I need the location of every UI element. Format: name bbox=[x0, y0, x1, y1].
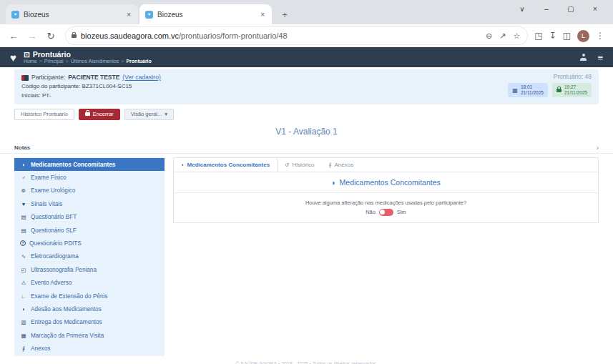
section-heading-label: Medicamentos Concomitantes bbox=[340, 178, 441, 187]
tab-panel: ◗ Medicamentos Concomitantes Houve algum… bbox=[174, 172, 598, 222]
prontuario-icon: ⊡ bbox=[24, 50, 30, 59]
historico-prontuario-button[interactable]: Histórico Prontuário bbox=[14, 109, 74, 120]
close-icon[interactable]: × bbox=[583, 0, 607, 19]
medication-change-toggle[interactable] bbox=[379, 209, 393, 216]
sidebar-item-label: Questionário PDITS bbox=[29, 240, 82, 247]
sidebar-item-label: Questionário SLF bbox=[31, 227, 77, 234]
app-header: ♥ ⊡ Prontuário Home > Principal > Último… bbox=[0, 47, 613, 67]
content-card: ◗ Medicamentos Concomitantes ↺ Histórico… bbox=[173, 157, 599, 223]
browser-tab-bar: ♥ Biozeus × ♥ Biozeus × + ∨ – ▢ × bbox=[0, 0, 613, 24]
secure-lock-icon[interactable] bbox=[72, 34, 77, 38]
toggle-row: Não Sim bbox=[174, 209, 598, 216]
binoculars-icon: ⊚ bbox=[20, 187, 27, 194]
tab-title: Biozeus bbox=[157, 11, 255, 19]
url-path: /prontuarios/form-prontuario/48 bbox=[179, 31, 288, 40]
sidebar-item-eletrocardiograma[interactable]: ∿ Eletrocardiograma bbox=[14, 250, 165, 263]
sidebar-item-anexos[interactable]: ∮ Anexos bbox=[14, 342, 165, 355]
breadcrumb-separator: > bbox=[39, 59, 42, 64]
back-icon[interactable]: ← bbox=[6, 31, 21, 41]
side-panel-icon[interactable]: ◫ bbox=[563, 31, 571, 41]
sidebar-item-adesao-medicamentos[interactable]: ◗ Adesão aos Medicamentos bbox=[14, 302, 165, 315]
saude-agora-logo-icon: ♥ bbox=[10, 51, 16, 64]
sidebar-item-label: Exame Físico bbox=[31, 174, 67, 181]
browser-tab-1[interactable]: ♥ Biozeus × bbox=[6, 4, 138, 24]
maximize-icon[interactable]: ▢ bbox=[559, 0, 583, 19]
closed-at-badge: 19:27 21/11/2025 bbox=[552, 83, 592, 97]
participant-name: PACIENTE TESTE bbox=[68, 73, 119, 82]
breadcrumb-separator: > bbox=[121, 59, 124, 64]
breadcrumb-ultimos-atendimentos[interactable]: Últimos Atendimentos bbox=[71, 59, 119, 64]
encerrar-label: Encerrar bbox=[93, 111, 114, 117]
ver-cadastro-link[interactable]: (Ver cadastro) bbox=[122, 73, 160, 82]
breadcrumb-current: Prontuário bbox=[126, 59, 151, 64]
visit-title: V1 - Avaliação 1 bbox=[14, 127, 599, 137]
pills-icon: ◗ bbox=[20, 306, 27, 313]
visao-geral-button[interactable]: Visão geral... ▾ bbox=[124, 109, 174, 120]
sidebar-item-sinais-vitais[interactable]: ♥ Sinais Vitais bbox=[14, 197, 165, 210]
sidebar-item-medicamentos-concomitantes[interactable]: ◗ Medicamentos Concomitantes bbox=[14, 158, 165, 171]
tab-anexos[interactable]: ∮ Anexos bbox=[322, 158, 361, 172]
sidebar-item-exame-extensao-penis[interactable]: ∟ Exame de Extensão do Pênis bbox=[14, 290, 165, 302]
url-domain: biozeus.saudeagora.com.vc bbox=[81, 31, 179, 40]
opened-date: 21/11/2025 bbox=[521, 90, 544, 96]
hamburger-menu-icon[interactable]: ≡ bbox=[597, 52, 603, 63]
address-bar[interactable]: biozeus.saudeagora.com.vc/prontuarios/fo… bbox=[66, 27, 527, 44]
calendar-icon: ▦ bbox=[20, 333, 27, 339]
heart-icon: ♥ bbox=[20, 201, 27, 207]
sidebar-item-evento-adverso[interactable]: ⚠ Evento Adverso bbox=[14, 276, 165, 289]
sidebar-item-questionario-bft[interactable]: ▤ Questionário BFT bbox=[14, 211, 165, 224]
sidebar-item-exame-urologico[interactable]: ⊚ Exame Urológico bbox=[14, 185, 165, 197]
share-icon[interactable]: ↗ bbox=[498, 31, 507, 41]
opened-time: 18:01 bbox=[521, 84, 544, 90]
sidebar-item-exame-fisico[interactable]: ♂ Exame Físico bbox=[14, 171, 165, 184]
reload-icon[interactable]: ↻ bbox=[43, 31, 59, 41]
minimize-icon[interactable]: – bbox=[534, 0, 559, 19]
tab-label: Histórico bbox=[292, 162, 314, 168]
footer-copyright: © SAÚDE AGORA • 2018 - 2025 • Todos os d… bbox=[14, 361, 599, 364]
tab-close-icon[interactable]: × bbox=[259, 11, 266, 19]
pills-icon: ◗ bbox=[20, 162, 27, 168]
sidebar-item-marcacao-primeira-visita[interactable]: ▦ Marcação da Primeira Visita bbox=[14, 329, 165, 342]
extensions-icon[interactable]: ◳ bbox=[534, 31, 542, 41]
user-icon[interactable] bbox=[579, 54, 587, 61]
sidebar-item-label: Exame Urológico bbox=[31, 187, 75, 194]
sidebar-item-entrega-medicamentos[interactable]: ▥ Entrega dos Medicamentos bbox=[14, 316, 165, 329]
breadcrumb-home[interactable]: Home bbox=[24, 59, 37, 64]
notes-panel-header[interactable]: Notas › bbox=[0, 142, 613, 154]
sidebar-item-label: Evento Adverso bbox=[31, 280, 72, 286]
sidebar-item-ultrassonografia-peniana[interactable]: ◰ Ultrassonografia Peniana bbox=[14, 263, 165, 276]
tab-historico[interactable]: ↺ Histórico bbox=[278, 158, 321, 172]
sidebar-item-label: Sinais Vitais bbox=[31, 201, 62, 207]
participant-initials: Iniciais: PT- bbox=[21, 92, 161, 100]
caret-down-icon: ▾ bbox=[165, 111, 167, 117]
browser-tab-2[interactable]: ♥ Biozeus × bbox=[139, 4, 272, 24]
profile-avatar[interactable]: L bbox=[577, 30, 589, 42]
encerrar-button[interactable]: Encerrar bbox=[79, 109, 120, 120]
book-icon: ▤ bbox=[20, 227, 27, 234]
download-icon[interactable]: ↧ bbox=[549, 31, 556, 41]
kebab-menu-icon[interactable]: ⋮ bbox=[596, 31, 604, 41]
zoom-icon[interactable]: ⊖ bbox=[484, 31, 494, 41]
toggle-on-label: Sim bbox=[397, 209, 406, 215]
chevron-right-icon[interactable]: › bbox=[597, 144, 599, 152]
pills-icon: ◗ bbox=[331, 178, 335, 187]
new-tab-button[interactable]: + bbox=[276, 6, 293, 23]
box-icon: ▥ bbox=[20, 319, 27, 325]
tab-close-icon[interactable]: × bbox=[125, 11, 132, 19]
notes-label: Notas bbox=[14, 144, 30, 151]
sidebar-item-label: Medicamentos Concomitantes bbox=[31, 162, 115, 168]
book-icon: ▤ bbox=[20, 214, 27, 220]
bookmark-star-icon[interactable]: ☆ bbox=[511, 31, 521, 41]
participant-info: Participante: PACIENTE TESTE (Ver cadast… bbox=[21, 73, 161, 100]
forward-icon[interactable]: → bbox=[24, 31, 40, 41]
window-menu-chevron-icon[interactable]: ∨ bbox=[510, 0, 534, 19]
tab-medicamentos-concomitantes[interactable]: ◗ Medicamentos Concomitantes bbox=[174, 158, 278, 172]
biozeus-favicon: ♥ bbox=[11, 11, 19, 19]
toggle-knob bbox=[380, 210, 385, 215]
sidebar-item-questionario-slf[interactable]: ▤ Questionário SLF bbox=[14, 224, 165, 237]
sidebar-item-questionario-pdits[interactable]: ? Questionário PDITS bbox=[14, 237, 165, 250]
participant-card-icon bbox=[21, 75, 29, 81]
breadcrumb-principal[interactable]: Principal bbox=[44, 59, 64, 64]
record-summary: Prontuário: 48 ▦ 18:01 21/11/2025 19:27 … bbox=[508, 73, 592, 100]
url-text[interactable]: biozeus.saudeagora.com.vc/prontuarios/fo… bbox=[81, 31, 480, 40]
